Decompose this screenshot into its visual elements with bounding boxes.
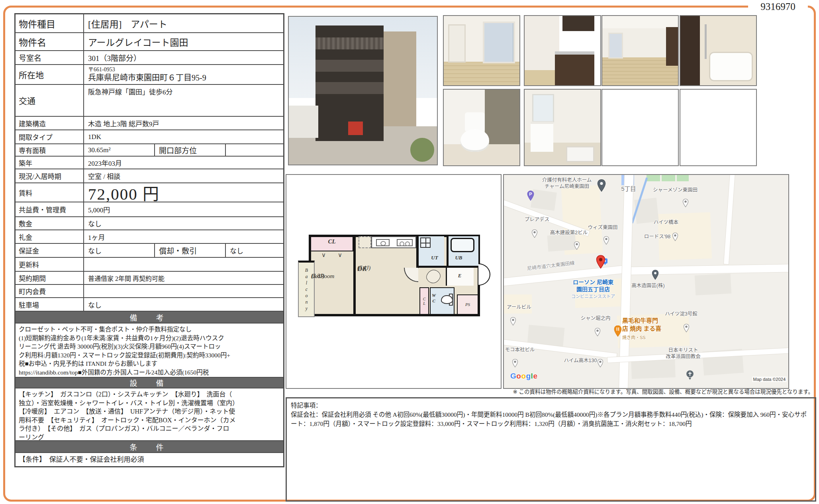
row-label: 更新料 (16, 258, 84, 271)
google-logo-letter: o (521, 372, 526, 380)
photo-bush (410, 138, 434, 161)
row-value (84, 285, 283, 297)
table-row-built: 築年 2023年03月 (16, 156, 283, 169)
table-row-parking: 駐車場 なし (16, 297, 283, 311)
utility-sink-icon (420, 237, 431, 248)
google-logo-letter: G (510, 372, 516, 380)
map-pin-church (686, 370, 694, 380)
photo-counter (555, 51, 594, 55)
kitchen-counter (371, 236, 416, 248)
row-label: 共益費・管理費 (16, 202, 84, 216)
toilet-icon-bowl (441, 295, 453, 304)
row-value: 普通借家 2年間 再契約可能 (84, 272, 283, 284)
address-text: 兵庫県尼崎市東園田町６丁目95-9 (88, 73, 206, 82)
map-label: 黒毛和牛専門 店 焼肉 まる喜 (622, 317, 661, 332)
photo-exterior (288, 16, 438, 165)
map-label: ハイツ淀3号館 (665, 311, 698, 317)
table-row-transport: 交通 阪急神戸線「園田」徒歩6分 (16, 84, 283, 116)
map-label: コンビニエンスストア (571, 294, 615, 299)
row-value: 1ヶ月 (84, 230, 283, 243)
google-logo-letter: g (526, 372, 531, 380)
map-pin-dot (672, 232, 678, 241)
photo-floor (444, 62, 519, 85)
row-subvalue: なし (226, 244, 290, 257)
table-row-property-type: 物件種目 [住居用] アパート (16, 14, 283, 32)
map-label: ローソン 尼崎東 園田五丁目店 (573, 278, 613, 293)
kitchen-sink-icon (376, 239, 390, 246)
floor-plan-pipe-space: PS (457, 294, 478, 315)
photo-door (448, 24, 466, 63)
table-row-room-name: 号室名 301（3階部分） (16, 50, 283, 64)
map-label: ハイム高木130 (564, 357, 597, 364)
map-pin-parking: P (527, 190, 535, 201)
map-pin-orange (613, 325, 622, 337)
map-road-main (623, 264, 789, 275)
table-row-deposit: 敷金 なし (16, 216, 283, 229)
photo-shower-bar (705, 24, 707, 59)
row-label: 礼金 (16, 230, 84, 243)
photo-kitchen-column (666, 27, 678, 66)
photo-bathtub (709, 52, 753, 81)
map-pin-dot (597, 359, 603, 367)
photo-kitchen (524, 15, 601, 86)
table-row-rent: 賃料 72,000 円 (16, 182, 283, 202)
map-attribution: Map data ©2024 (752, 377, 787, 382)
map-pin-dark (652, 270, 659, 280)
row-label: 契約期間 (16, 272, 84, 284)
table-row-renewal-fee: 更新料 (16, 257, 283, 271)
google-logo-letter: e (533, 372, 537, 380)
google-logo: Google (510, 372, 537, 380)
table-row-key-money: 礼金 1ヶ月 (16, 229, 283, 243)
row-label: 現況/入居時期 (16, 169, 84, 182)
photo-cabinets (555, 53, 594, 85)
photo-living-room (602, 15, 679, 86)
map-pin-dot (531, 229, 538, 238)
dk-size: (7.4J) (357, 265, 370, 272)
row-value: [住居用] アパート (84, 14, 283, 32)
google-logo-letter: o (516, 372, 521, 380)
row-value: なし (84, 217, 283, 229)
row-value: なし (84, 244, 154, 257)
special-notes: 特記事項： 保証会社：保証会社利用必須 その他 A初回60%(最低額30000円… (286, 397, 816, 502)
row-value: 阪急神戸線「園田」徒歩6分 (84, 85, 283, 116)
conditions-text: 【条件】 保証人不要・保証会社利用必須 (16, 452, 283, 466)
floor-plan-closet-2: CL (419, 287, 429, 315)
photo-toilet (443, 89, 520, 166)
map-green-area (647, 175, 660, 181)
row-label: 築年 (16, 157, 84, 169)
utility-label: UT (427, 255, 443, 261)
photo-washroom (524, 89, 601, 166)
map-label: プレアデス (525, 216, 550, 223)
map-road (724, 174, 735, 264)
photo-window (608, 33, 623, 59)
photo-accent-panel (680, 16, 700, 85)
row-value: 木造 地上3階 総戸数9戸 (84, 117, 283, 129)
row-value: 5,000円 (84, 202, 283, 216)
wall (353, 236, 356, 315)
map-building (695, 274, 731, 296)
map-green-area (677, 175, 689, 181)
disclaimer-text: ※ この資料は物件の概略紹介資料になります。写真、間取図面、設備、概要などが現況… (256, 387, 813, 395)
photo-window (483, 22, 515, 63)
photo-mirror (532, 94, 554, 122)
table-row-contract-period: 契約期間 普通借家 2年間 再契約可能 (16, 271, 283, 284)
row-value (84, 258, 283, 271)
photo-vanity (531, 122, 553, 152)
map-label: アールビル (507, 304, 531, 310)
row-label: 間取タイプ (16, 130, 84, 143)
map-label: シャーメゾン東園田 (653, 187, 698, 193)
postal-code: 〒661-0953 (88, 67, 115, 73)
bedroom-size: (3.8J) (311, 273, 324, 280)
closet-door-marks: ∨ ∨ (310, 251, 353, 259)
row-sublabel: 開口部方位 (154, 144, 226, 156)
row-value: 〒661-0953 兵庫県尼崎市東園田町６丁目95-9 (84, 65, 283, 84)
photo-washer-pan (566, 146, 594, 162)
equipment-text: 【キッチン】 ガスコンロ（2口）・システムキッチン 【水廻り】 洗面台（ 独立）… (16, 388, 283, 440)
section-header-conditions: 条 件 (16, 440, 283, 452)
photo-accent-wall (485, 90, 519, 144)
table-row-town-fee: 町内会費 (16, 284, 283, 297)
map-label: 高木造園芸(株) (631, 282, 664, 289)
row-value: 1DK (84, 130, 283, 143)
refrigerator-space (359, 236, 371, 248)
photo-balcony-rails (315, 37, 384, 49)
